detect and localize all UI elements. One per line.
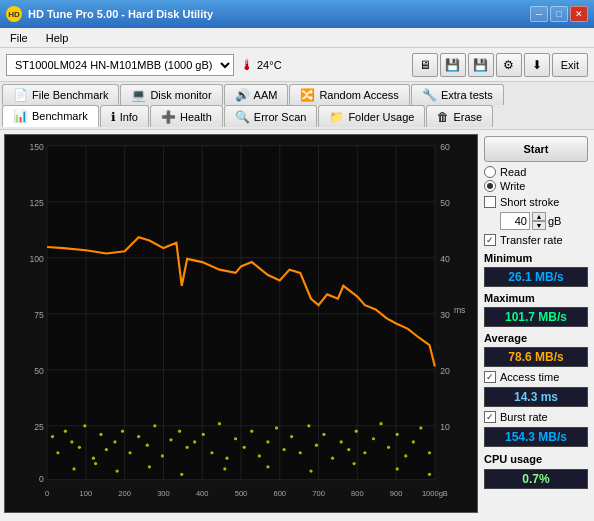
svg-text:25: 25 <box>34 422 44 432</box>
start-button[interactable]: Start <box>484 136 588 162</box>
read-label: Read <box>500 166 526 178</box>
toolbar-btn-1[interactable]: 🖥 <box>412 53 438 77</box>
minimize-button[interactable]: ─ <box>530 6 548 22</box>
svg-point-33 <box>146 444 149 447</box>
tab-health[interactable]: ➕ Health <box>150 105 223 127</box>
svg-point-40 <box>202 433 205 436</box>
tab-benchmark[interactable]: 📊 Benchmark <box>2 105 99 127</box>
access-time-label: Access time <box>500 371 559 383</box>
write-radio-item[interactable]: Write <box>484 180 588 192</box>
read-radio[interactable] <box>484 166 496 178</box>
access-time-value: 14.3 ms <box>484 387 588 407</box>
svg-point-24 <box>78 446 81 449</box>
svg-point-79 <box>428 473 431 476</box>
svg-point-61 <box>372 437 375 440</box>
write-label: Write <box>500 180 525 192</box>
tab-disk-monitor[interactable]: 💻 Disk monitor <box>120 84 222 105</box>
svg-point-54 <box>315 444 318 447</box>
svg-text:100: 100 <box>80 489 93 498</box>
svg-text:300: 300 <box>157 489 170 498</box>
error-scan-icon: 🔍 <box>235 110 250 124</box>
svg-point-39 <box>193 440 196 443</box>
svg-point-20 <box>51 435 54 438</box>
svg-point-35 <box>161 454 164 457</box>
svg-text:125: 125 <box>30 198 45 208</box>
svg-text:200: 200 <box>118 489 131 498</box>
menu-file[interactable]: File <box>6 31 32 45</box>
benchmark-chart: MB/s ms 150 125 100 75 50 25 0 60 50 40 … <box>5 135 477 512</box>
svg-text:1000gB: 1000gB <box>422 489 448 498</box>
read-write-radio-group: Read Write <box>484 166 588 192</box>
short-stroke-checkbox-item[interactable]: Short stroke <box>484 196 588 208</box>
access-time-checkbox-item[interactable]: ✓ Access time <box>484 371 588 383</box>
access-time-checkbox[interactable]: ✓ <box>484 371 496 383</box>
burst-rate-checkbox-item[interactable]: ✓ Burst rate <box>484 411 588 423</box>
svg-text:0: 0 <box>39 474 44 484</box>
svg-text:75: 75 <box>34 310 44 320</box>
toolbar-btn-5[interactable]: ⬇ <box>524 53 550 77</box>
maximize-button[interactable]: □ <box>550 6 568 22</box>
spinbox-input[interactable] <box>500 212 530 230</box>
svg-point-27 <box>99 433 102 436</box>
svg-point-58 <box>347 448 350 451</box>
tab-folder-usage[interactable]: 📁 Folder Usage <box>318 105 425 127</box>
toolbar-btn-4[interactable]: ⚙ <box>496 53 522 77</box>
svg-text:800: 800 <box>351 489 364 498</box>
short-stroke-label: Short stroke <box>500 196 559 208</box>
stats-section: Minimum 26.1 MB/s Maximum 101.7 MB/s Ave… <box>484 250 588 367</box>
svg-point-38 <box>186 446 189 449</box>
svg-text:30: 30 <box>440 310 450 320</box>
svg-point-22 <box>64 430 67 433</box>
tab-file-benchmark[interactable]: 📄 File Benchmark <box>2 84 119 105</box>
tab-aam[interactable]: 🔊 AAM <box>224 84 289 105</box>
menu-help[interactable]: Help <box>42 31 73 45</box>
spinbox-buttons: ▲ ▼ <box>532 212 546 230</box>
toolbar-btn-2[interactable]: 💾 <box>440 53 466 77</box>
burst-rate-label: Burst rate <box>500 411 548 423</box>
svg-point-28 <box>105 448 108 451</box>
tab-bar: 📄 File Benchmark 💻 Disk monitor 🔊 AAM 🔀 … <box>0 82 594 130</box>
tab-extra-tests[interactable]: 🔧 Extra tests <box>411 84 504 105</box>
exit-button[interactable]: Exit <box>552 53 588 77</box>
tab-error-scan[interactable]: 🔍 Error Scan <box>224 105 318 127</box>
svg-point-46 <box>250 430 253 433</box>
svg-point-52 <box>299 451 302 454</box>
disk-monitor-icon: 💻 <box>131 88 146 102</box>
read-radio-item[interactable]: Read <box>484 166 588 178</box>
svg-point-51 <box>290 435 293 438</box>
minimum-label-row: Minimum <box>484 252 588 264</box>
svg-point-59 <box>355 430 358 433</box>
spinbox-up-button[interactable]: ▲ <box>532 212 546 221</box>
menu-bar: File Help <box>0 28 594 48</box>
svg-text:40: 40 <box>440 254 450 264</box>
svg-text:900: 900 <box>390 489 403 498</box>
svg-point-32 <box>137 435 140 438</box>
svg-point-50 <box>282 448 285 451</box>
maximum-label: Maximum <box>484 292 535 304</box>
transfer-rate-checkbox[interactable]: ✓ <box>484 234 496 246</box>
burst-rate-checkbox[interactable]: ✓ <box>484 411 496 423</box>
transfer-rate-checkbox-item[interactable]: ✓ Transfer rate <box>484 234 588 246</box>
svg-point-48 <box>266 440 269 443</box>
svg-text:500: 500 <box>235 489 248 498</box>
short-stroke-checkbox[interactable] <box>484 196 496 208</box>
spinbox-down-button[interactable]: ▼ <box>532 221 546 230</box>
tab-random-access[interactable]: 🔀 Random Access <box>289 84 409 105</box>
average-value: 78.6 MB/s <box>484 347 588 367</box>
chart-container: MB/s ms 150 125 100 75 50 25 0 60 50 40 … <box>4 134 478 513</box>
tab-info[interactable]: ℹ Info <box>100 105 149 127</box>
tab-erase[interactable]: 🗑 Erase <box>426 105 493 127</box>
svg-point-71 <box>116 469 119 472</box>
drive-select[interactable]: ST1000LM024 HN-M101MBB (1000 gB) <box>6 54 234 76</box>
svg-point-41 <box>210 451 213 454</box>
toolbar-btn-3[interactable]: 💾 <box>468 53 494 77</box>
maximum-label-row: Maximum <box>484 292 588 304</box>
svg-point-66 <box>412 440 415 443</box>
svg-point-21 <box>56 451 59 454</box>
svg-point-29 <box>113 440 116 443</box>
svg-text:50: 50 <box>440 198 450 208</box>
write-radio[interactable] <box>484 180 496 192</box>
cpu-usage-label: CPU usage <box>484 453 542 465</box>
svg-point-75 <box>266 465 269 468</box>
close-button[interactable]: ✕ <box>570 6 588 22</box>
